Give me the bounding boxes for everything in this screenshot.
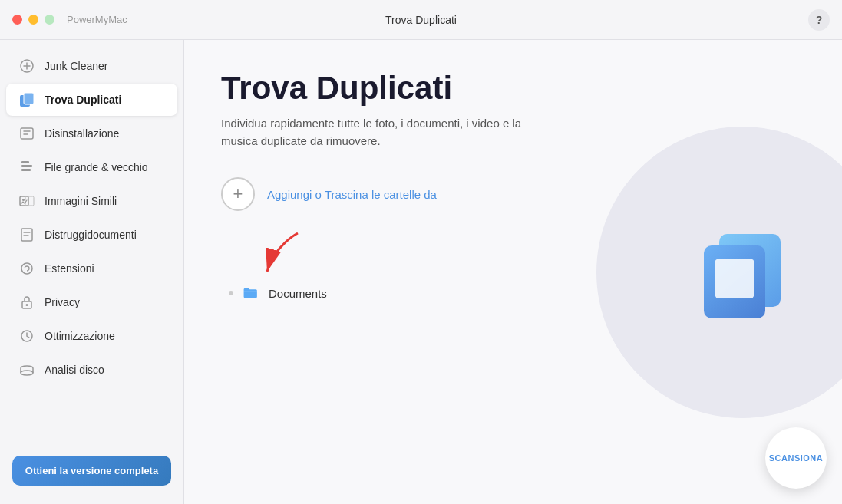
- minimize-button[interactable]: [28, 15, 38, 25]
- content-area: Trova Duplicati Individua rapidamente tu…: [184, 40, 842, 504]
- sidebar-item-analisi-disco[interactable]: Analisi disco: [6, 354, 177, 386]
- add-folder-button[interactable]: +: [221, 177, 255, 211]
- sidebar-label: File grande & vecchio: [45, 161, 148, 173]
- file-grande-icon: [18, 159, 35, 176]
- sidebar-label: Analisi disco: [45, 364, 104, 376]
- duplicate-files-icon: [681, 211, 804, 334]
- sidebar-item-file-grande[interactable]: File grande & vecchio: [6, 151, 177, 183]
- svg-rect-5: [21, 165, 32, 167]
- scan-button[interactable]: SCANSIONA: [765, 427, 827, 489]
- sidebar-label: Disinstallazione: [45, 127, 119, 140]
- sidebar-footer: Ottieni la versione completa: [0, 446, 183, 495]
- distruggi-documenti-icon: [18, 226, 35, 243]
- add-folder-label[interactable]: Aggiungi o Trascina le cartelle da: [267, 188, 437, 201]
- analisi-disco-icon: [18, 361, 35, 378]
- svg-rect-6: [21, 169, 31, 171]
- sidebar-item-junk-cleaner[interactable]: Junk Cleaner: [6, 50, 177, 82]
- sidebar-item-distruggi-documenti[interactable]: Distruggidocumenti: [6, 219, 177, 251]
- svg-rect-19: [715, 259, 754, 298]
- privacy-icon: [18, 294, 35, 311]
- documents-folder-icon: [243, 285, 259, 301]
- folder-dot: [229, 291, 233, 295]
- traffic-lights: [12, 15, 54, 25]
- app-brand: PowerMyMac: [67, 14, 127, 25]
- estensioni-icon: [18, 260, 35, 277]
- svg-point-13: [26, 304, 28, 306]
- svg-rect-4: [21, 161, 29, 163]
- disinstallazione-icon: [18, 125, 35, 142]
- svg-point-15: [21, 371, 33, 375]
- illustration: [596, 127, 842, 418]
- svg-rect-3: [21, 128, 33, 139]
- svg-point-11: [21, 263, 32, 274]
- svg-rect-7: [20, 196, 28, 206]
- sidebar-label: Privacy: [45, 296, 80, 308]
- page-title: Trova Duplicati: [221, 71, 805, 106]
- scan-button-container: SCANSIONA: [765, 427, 827, 489]
- big-circle: [596, 127, 842, 418]
- sidebar: Junk Cleaner Trova Duplicati Disinstalla…: [0, 40, 184, 504]
- folder-name: Documents: [269, 287, 327, 300]
- sidebar-label: Immagini Simili: [45, 195, 117, 207]
- sidebar-label: Trova Duplicati: [45, 94, 121, 106]
- svg-rect-2: [24, 93, 34, 104]
- trova-duplicati-icon: [18, 91, 35, 108]
- sidebar-item-estensioni[interactable]: Estensioni: [6, 252, 177, 285]
- sidebar-item-privacy[interactable]: Privacy: [6, 286, 177, 318]
- red-arrow: [259, 229, 321, 279]
- main-layout: Junk Cleaner Trova Duplicati Disinstalla…: [0, 40, 842, 504]
- maximize-button[interactable]: [45, 15, 54, 25]
- ottimizzazione-icon: [18, 328, 35, 344]
- close-button[interactable]: [12, 15, 22, 25]
- sidebar-item-ottimizzazione[interactable]: Ottimizzazione: [6, 320, 177, 352]
- window-title: Trova Duplicati: [385, 14, 457, 26]
- upgrade-button[interactable]: Ottieni la versione completa: [12, 456, 171, 486]
- sidebar-label: Junk Cleaner: [45, 60, 108, 72]
- help-button[interactable]: ?: [808, 9, 830, 31]
- immagini-simili-icon: [18, 193, 35, 209]
- svg-rect-10: [21, 229, 32, 241]
- sidebar-item-disinstallazione[interactable]: Disinstallazione: [6, 117, 177, 150]
- sidebar-label: Estensioni: [45, 262, 94, 275]
- sidebar-item-trova-duplicati[interactable]: Trova Duplicati: [6, 84, 177, 116]
- plus-icon: +: [233, 184, 243, 204]
- svg-point-9: [22, 199, 25, 201]
- sidebar-label: Distruggidocumenti: [45, 229, 137, 241]
- sidebar-item-immagini-simili[interactable]: Immagini Simili: [6, 185, 177, 217]
- junk-cleaner-icon: [18, 58, 35, 74]
- page-description: Individua rapidamente tutte le foto, i d…: [221, 115, 528, 150]
- title-bar: PowerMyMac Trova Duplicati ?: [0, 0, 842, 40]
- sidebar-label: Ottimizzazione: [45, 330, 115, 342]
